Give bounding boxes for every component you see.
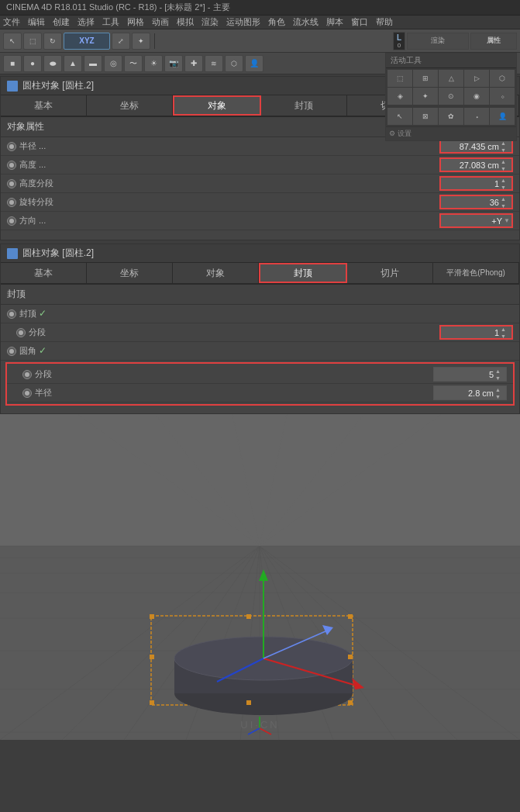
- prop-cap-radio[interactable]: [7, 309, 16, 319]
- tool-move[interactable]: ↖: [3, 33, 22, 50]
- tab1-object[interactable]: 对象: [173, 95, 261, 116]
- menu-file[interactable]: 文件: [3, 16, 20, 28]
- tab2-coord[interactable]: 坐标: [87, 263, 173, 283]
- tab1-basic[interactable]: 基本: [1, 95, 87, 116]
- tab1-coord[interactable]: 坐标: [87, 95, 173, 116]
- shape-effector[interactable]: ⬡: [225, 55, 243, 72]
- shape-null[interactable]: ✚: [184, 55, 203, 72]
- shape-light[interactable]: ☀: [144, 55, 163, 72]
- prop-height-seg-input[interactable]: 1 ▲ ▼: [439, 176, 513, 191]
- prop-fillet-seg-spinner[interactable]: ▲ ▼: [495, 368, 505, 382]
- svg-rect-44: [150, 700, 154, 705]
- prop-rot-seg-radio[interactable]: [7, 198, 16, 207]
- shape-torus[interactable]: ◎: [104, 55, 122, 72]
- float-btn-15[interactable]: 👤: [490, 108, 515, 125]
- prop-cap-seg-radio[interactable]: [16, 328, 26, 337]
- prop-direction-radio[interactable]: [7, 216, 16, 226]
- float-btn-2[interactable]: ⊞: [413, 70, 438, 87]
- float-btn-9[interactable]: ◉: [464, 88, 489, 105]
- title-text: CINEMA 4D R18.011 Studio (RC - R18) - [未…: [6, 2, 230, 13]
- prop-fillet-seg-input[interactable]: 5 ▲ ▼: [433, 367, 507, 382]
- float-btn-8[interactable]: ⊙: [439, 88, 463, 105]
- prop-rot-seg: 旋转分段 36 ▲ ▼: [1, 193, 519, 212]
- prop-cap-seg-input[interactable]: 1 ▲ ▼: [439, 325, 513, 340]
- shape-cube[interactable]: ■: [3, 55, 22, 72]
- shape-person[interactable]: 👤: [245, 55, 263, 72]
- menu-edit[interactable]: 编辑: [28, 16, 45, 28]
- menu-animation[interactable]: 动画: [152, 16, 169, 28]
- shape-sphere[interactable]: ●: [23, 55, 42, 72]
- panel2: 圆柱对象 [圆柱.2] 基本 坐标 对象 封顶 切片 平滑着色(Phong) 封…: [0, 244, 520, 414]
- float-btn-11[interactable]: ↖: [387, 108, 412, 125]
- prop-height-input[interactable]: 27.083 cm ▲ ▼: [439, 157, 513, 172]
- prop-rot-seg-spinner[interactable]: ▲ ▼: [501, 195, 510, 209]
- prop-fillet-radius-spinner[interactable]: ▲ ▼: [495, 386, 505, 400]
- tool-scale[interactable]: ⤢: [112, 33, 130, 50]
- float-btn-3[interactable]: △: [439, 70, 463, 87]
- prop-direction-label: 方向 ...: [19, 215, 439, 226]
- menu-tools[interactable]: 工具: [102, 16, 119, 28]
- menu-pipeline[interactable]: 流水线: [293, 16, 319, 28]
- menu-help[interactable]: 帮助: [376, 16, 393, 28]
- shape-deformer[interactable]: ≋: [205, 55, 223, 72]
- float-panel-grid: ⬚ ⊞ △ ▷ ⬡ ◈ ✦ ⊙ ◉ ⬦: [386, 68, 516, 106]
- prop-cap-seg-spinner[interactable]: ▲ ▼: [501, 326, 510, 340]
- menu-character[interactable]: 角色: [268, 16, 285, 28]
- shape-cone[interactable]: ▲: [64, 55, 82, 72]
- float-btn-5[interactable]: ⬡: [490, 70, 515, 87]
- float-btn-4[interactable]: ▷: [464, 70, 489, 87]
- float-btn-12[interactable]: ⊠: [413, 108, 438, 125]
- menu-mesh[interactable]: 网格: [127, 16, 144, 28]
- prop-fillet-radius-radio[interactable]: [22, 389, 32, 398]
- prop-fillet-seg-radio[interactable]: [22, 370, 32, 379]
- float-btn-7[interactable]: ✦: [413, 88, 438, 105]
- prop-height-seg-radio[interactable]: [7, 179, 16, 188]
- float-btn-6[interactable]: ◈: [387, 88, 412, 105]
- tab2-cap[interactable]: 封顶: [259, 263, 347, 283]
- shape-spline[interactable]: 〜: [124, 55, 143, 72]
- viewport[interactable]: UI·CN: [0, 414, 520, 740]
- float-btn-14[interactable]: ⬩: [464, 108, 489, 125]
- prop-height-seg-spinner[interactable]: ▲ ▼: [501, 177, 510, 191]
- menu-simulate[interactable]: 模拟: [177, 16, 194, 28]
- panel2-section-title: 封顶: [1, 285, 519, 305]
- float-panel-grid2: ↖ ⊠ ✿ ⬩ 👤: [386, 106, 516, 126]
- float-btn-13[interactable]: ✿: [439, 108, 463, 125]
- tab2-slice[interactable]: 切片: [347, 263, 433, 283]
- float-btn-1[interactable]: ⬚: [387, 70, 412, 87]
- prop-fillet-radius: 半径 2.8 cm ▲ ▼: [7, 384, 513, 403]
- prop-fillet-radio[interactable]: [7, 347, 16, 356]
- tool-rotate[interactable]: ↻: [43, 33, 62, 50]
- tool-snap[interactable]: ✦: [132, 33, 150, 50]
- tab1-cap[interactable]: 封顶: [261, 95, 347, 116]
- float-btn-10[interactable]: ⬦: [490, 88, 515, 105]
- menu-window[interactable]: 窗口: [351, 16, 368, 28]
- menu-select[interactable]: 选择: [77, 16, 95, 28]
- prop-height-spinner[interactable]: ▲ ▼: [501, 158, 510, 172]
- menu-render[interactable]: 渲染: [201, 16, 219, 28]
- prop-rot-seg-label: 旋转分段: [19, 196, 439, 208]
- prop-radius-radio[interactable]: [7, 142, 16, 151]
- menu-mograph[interactable]: 运动图形: [226, 16, 260, 28]
- tab2-phong[interactable]: 平滑着色(Phong): [433, 263, 519, 283]
- shape-camera[interactable]: 📷: [164, 55, 183, 72]
- shape-cylinder[interactable]: ⬬: [43, 55, 62, 72]
- panel2-title: 圆柱对象 [圆柱.2]: [22, 247, 94, 260]
- prop-radius-spinner[interactable]: ▲ ▼: [501, 140, 510, 154]
- prop-cap-enable: 封顶 ✓: [1, 305, 519, 323]
- menu-create[interactable]: 创建: [53, 16, 70, 28]
- prop-height-radio[interactable]: [7, 161, 16, 170]
- panel2-icon: [7, 248, 18, 259]
- menu-script[interactable]: 脚本: [326, 16, 343, 28]
- shape-plane[interactable]: ▬: [84, 55, 102, 72]
- prop-fillet-check: ✓: [39, 345, 46, 356]
- tab2-basic[interactable]: 基本: [1, 263, 87, 283]
- tool-select[interactable]: ⬚: [23, 33, 42, 50]
- prop-direction-select[interactable]: +Y ▼: [439, 213, 513, 228]
- tab2-object[interactable]: 对象: [173, 263, 259, 283]
- prop-fillet-seg: 分段 5 ▲ ▼: [7, 365, 513, 384]
- prop-rot-seg-input[interactable]: 36 ▲ ▼: [439, 195, 513, 209]
- svg-rect-43: [348, 614, 353, 619]
- tool-xyz[interactable]: XYZ: [64, 33, 110, 50]
- prop-fillet-radius-input[interactable]: 2.8 cm ▲ ▼: [433, 385, 507, 400]
